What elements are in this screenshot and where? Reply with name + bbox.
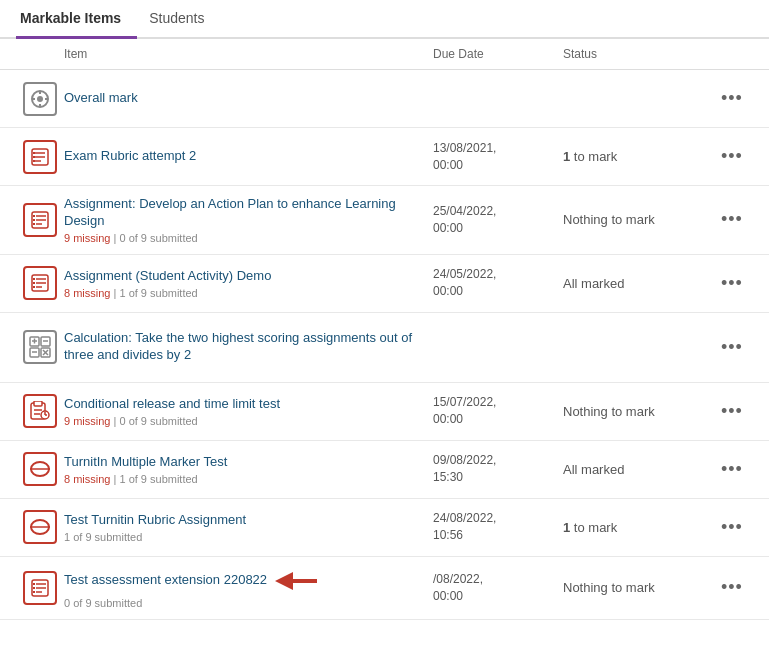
svg-rect-50 xyxy=(33,591,35,593)
due-date-cell: /08/2022,00:00 xyxy=(433,571,563,605)
more-actions[interactable]: ••• xyxy=(713,333,753,362)
status-cell: All marked xyxy=(563,276,713,291)
item-cell: Test assessment extension 220822 0 of 9 … xyxy=(64,567,433,609)
more-button[interactable]: ••• xyxy=(713,455,751,484)
svg-point-1 xyxy=(37,96,43,102)
item-name[interactable]: Assignment: Develop an Action Plan to en… xyxy=(64,196,433,230)
item-name[interactable]: Overall mark xyxy=(64,90,433,107)
more-actions[interactable]: ••• xyxy=(713,205,753,234)
due-date-cell: 25/04/2022,00:00 xyxy=(433,203,563,237)
row-icon xyxy=(16,510,64,544)
turnitin-icon xyxy=(23,452,57,486)
due-date-cell: 24/05/2022,00:00 xyxy=(433,266,563,300)
item-name[interactable]: Calculation: Take the two highest scorin… xyxy=(64,330,433,364)
calculation-icon xyxy=(23,330,57,364)
svg-rect-11 xyxy=(33,152,35,154)
rubric-icon xyxy=(23,571,57,605)
item-sub: 8 missing | 1 of 9 submitted xyxy=(64,473,433,485)
missing-count: 9 missing xyxy=(64,232,110,244)
svg-rect-22 xyxy=(33,278,35,280)
table-row: Assignment (Student Activity) Demo 8 mis… xyxy=(0,255,769,313)
col-status: Status xyxy=(563,47,713,61)
row-icon xyxy=(16,203,64,237)
item-cell: TurnitIn Multiple Marker Test 8 missing … xyxy=(64,454,433,485)
more-actions[interactable]: ••• xyxy=(713,142,753,171)
svg-marker-54 xyxy=(275,572,317,590)
table-row: Assignment: Develop an Action Plan to en… xyxy=(0,186,769,255)
submitted-count: 0 of 9 submitted xyxy=(64,597,142,609)
more-button[interactable]: ••• xyxy=(713,513,751,542)
more-actions[interactable]: ••• xyxy=(713,573,753,602)
col-due-date: Due Date xyxy=(433,47,563,61)
status-cell: Nothing to mark xyxy=(563,212,713,227)
status-cell: 1 to mark xyxy=(563,520,713,535)
item-sub: 0 of 9 submitted xyxy=(64,597,433,609)
tabs-container: Markable Items Students xyxy=(0,0,769,39)
col-icon xyxy=(16,47,64,61)
item-name[interactable]: TurnitIn Multiple Marker Test xyxy=(64,454,433,471)
row-icon xyxy=(16,452,64,486)
more-button[interactable]: ••• xyxy=(713,142,751,171)
more-actions[interactable]: ••• xyxy=(713,455,753,484)
item-cell: Exam Rubric attempt 2 xyxy=(64,148,433,165)
table-body: Overall mark ••• xyxy=(0,70,769,620)
more-button[interactable]: ••• xyxy=(713,333,751,362)
status-cell: Nothing to mark xyxy=(563,580,713,595)
svg-rect-15 xyxy=(33,215,35,217)
overall-mark-icon xyxy=(23,82,57,116)
table-row: Conditional release and time limit test … xyxy=(0,383,769,441)
table-header: Item Due Date Status xyxy=(0,39,769,70)
table-row: Overall mark ••• xyxy=(0,70,769,128)
svg-rect-24 xyxy=(33,286,35,288)
row-icon xyxy=(16,266,64,300)
item-name[interactable]: Exam Rubric attempt 2 xyxy=(64,148,433,165)
item-name[interactable]: Conditional release and time limit test xyxy=(64,396,433,413)
more-actions[interactable]: ••• xyxy=(713,84,753,113)
item-sub: 1 of 9 submitted xyxy=(64,531,433,543)
more-button[interactable]: ••• xyxy=(713,205,751,234)
more-actions[interactable]: ••• xyxy=(713,397,753,426)
more-button[interactable]: ••• xyxy=(713,573,751,602)
col-actions xyxy=(713,47,753,61)
red-arrow-icon xyxy=(273,567,321,595)
item-cell: Assignment: Develop an Action Plan to en… xyxy=(64,196,433,244)
svg-rect-39 xyxy=(34,401,42,406)
more-button[interactable]: ••• xyxy=(713,269,751,298)
svg-rect-17 xyxy=(33,223,35,225)
more-actions[interactable]: ••• xyxy=(713,269,753,298)
item-cell: Overall mark xyxy=(64,90,433,107)
rubric-icon xyxy=(23,266,57,300)
submitted-count: 1 of 9 submitted xyxy=(64,531,142,543)
item-cell: Assignment (Student Activity) Demo 8 mis… xyxy=(64,268,433,299)
more-button[interactable]: ••• xyxy=(713,84,751,113)
row-icon xyxy=(16,140,64,174)
item-sub: 9 missing | 0 of 9 submitted xyxy=(64,415,433,427)
tab-bar: Markable Items Students xyxy=(0,0,769,39)
tab-markable-items[interactable]: Markable Items xyxy=(16,0,137,39)
table-row: Exam Rubric attempt 2 13/08/2021,00:00 1… xyxy=(0,128,769,186)
table-row: Calculation: Take the two highest scorin… xyxy=(0,313,769,383)
svg-rect-12 xyxy=(33,156,35,158)
more-button[interactable]: ••• xyxy=(713,397,751,426)
tab-students[interactable]: Students xyxy=(145,0,220,39)
item-name[interactable]: Test assessment extension 220822 xyxy=(64,567,433,595)
turnitin-icon xyxy=(23,510,57,544)
rubric-icon xyxy=(23,140,57,174)
status-cell: Nothing to mark xyxy=(563,404,713,419)
missing-count: 8 missing xyxy=(64,287,110,299)
item-name[interactable]: Assignment (Student Activity) Demo xyxy=(64,268,433,285)
table-row: Test assessment extension 220822 0 of 9 … xyxy=(0,557,769,620)
item-cell: Test Turnitin Rubric Assignment 1 of 9 s… xyxy=(64,512,433,543)
item-name[interactable]: Test Turnitin Rubric Assignment xyxy=(64,512,433,529)
row-icon xyxy=(16,394,64,428)
row-icon xyxy=(16,82,64,116)
svg-rect-16 xyxy=(33,219,35,221)
conditional-icon xyxy=(23,394,57,428)
item-cell: Conditional release and time limit test … xyxy=(64,396,433,427)
table-row: Test Turnitin Rubric Assignment 1 of 9 s… xyxy=(0,499,769,557)
missing-count: 9 missing xyxy=(64,415,110,427)
col-item: Item xyxy=(64,47,433,61)
more-actions[interactable]: ••• xyxy=(713,513,753,542)
item-cell: Calculation: Take the two highest scorin… xyxy=(64,330,433,364)
missing-count: 8 missing xyxy=(64,473,110,485)
